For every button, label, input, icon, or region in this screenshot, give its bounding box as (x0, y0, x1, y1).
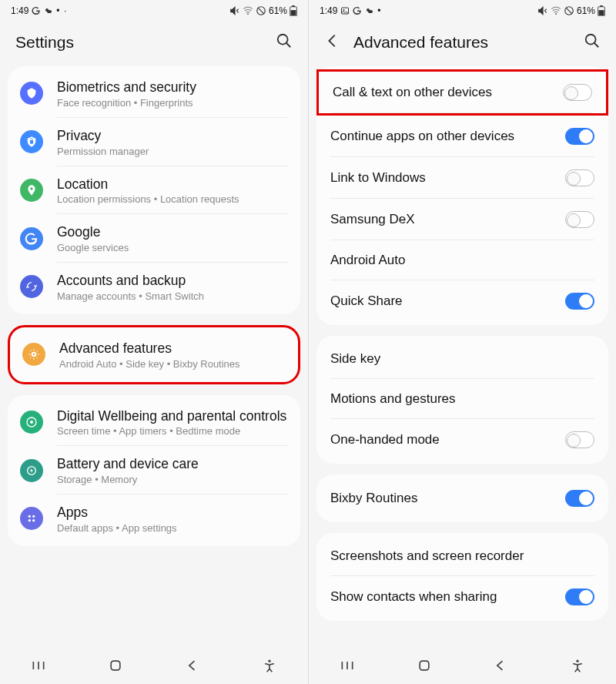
status-weather-icon (365, 6, 374, 15)
home-button[interactable] (108, 658, 123, 676)
svg-point-15 (30, 421, 33, 424)
status-dots-icon: • · (56, 5, 67, 16)
back-button[interactable] (185, 658, 200, 676)
search-icon (276, 32, 293, 49)
mute-icon (537, 5, 548, 16)
settings-item-apps[interactable]: AppsDefault apps • App settings (8, 495, 300, 543)
toggle-continueapps[interactable] (565, 128, 594, 145)
settings-item-advanced[interactable]: Advanced featuresAndroid Auto • Side key… (10, 330, 298, 379)
toggle-bixby[interactable] (565, 490, 594, 507)
settings-item-subtitle: Screen time • App timers • Bedtime mode (57, 425, 288, 437)
settings-item-accounts[interactable]: Accounts and backupManage accounts • Sma… (8, 263, 300, 311)
feature-item-sidekey[interactable]: Side key (316, 339, 608, 379)
settings-item-biometrics[interactable]: Biometrics and securityFace recognition … (8, 69, 300, 118)
settings-item-subtitle: Google services (57, 242, 288, 253)
svg-line-9 (286, 43, 291, 48)
status-google-icon (353, 6, 362, 15)
toggle-quickshare[interactable] (565, 293, 594, 310)
feature-item-title: Call & text on other devices (333, 85, 563, 100)
recents-icon (31, 658, 46, 673)
feature-item-screenshots[interactable]: Screenshots and screen recorder (316, 536, 608, 576)
settings-item-subtitle: Location permissions • Location requests (57, 193, 288, 205)
settings-content: Biometrics and securityFace recognition … (0, 66, 308, 650)
settings-item-subtitle: Permission manager (57, 146, 288, 157)
settings-item-subtitle: Face recognition • Fingerprints (57, 97, 288, 109)
settings-item-privacy[interactable]: PrivacyPermission manager (8, 118, 300, 166)
no-data-icon (256, 5, 266, 16)
toggle-onehanded[interactable] (565, 431, 594, 448)
svg-point-18 (32, 515, 35, 518)
settings-item-wellbeing[interactable]: Digital Wellbeing and parental controlsS… (8, 398, 300, 447)
advanced-features-screen: 1:49 • 61% Advanced features Call & text… (308, 0, 616, 684)
back-button[interactable] (324, 32, 341, 52)
back-button[interactable] (493, 658, 508, 676)
status-bar: 1:49 • · 61% (0, 0, 308, 22)
recents-button[interactable] (31, 658, 46, 676)
battery-icon (290, 5, 297, 16)
svg-rect-24 (111, 661, 120, 670)
feature-item-title: One-handed mode (330, 432, 565, 448)
toggle-linkwindows[interactable] (565, 169, 594, 186)
home-button[interactable] (417, 658, 432, 676)
nav-bar (0, 650, 308, 684)
svg-rect-34 (600, 5, 603, 7)
advanced-title: Advanced features (353, 33, 584, 52)
status-time: 1:49 (320, 5, 337, 16)
search-button[interactable] (276, 32, 293, 52)
advanced-header: Advanced features (309, 22, 616, 66)
svg-point-1 (47, 10, 52, 13)
settings-item-battery[interactable]: Battery and device careStorage • Memory (8, 446, 300, 495)
no-data-icon (564, 5, 574, 16)
wifi-icon (551, 5, 561, 16)
svg-point-2 (247, 13, 249, 15)
settings-item-google[interactable]: GoogleGoogle services (8, 214, 300, 263)
settings-item-title: Google (57, 223, 288, 241)
svg-point-17 (28, 515, 31, 518)
settings-item-location[interactable]: LocationLocation permissions • Location … (8, 166, 300, 215)
accessibility-button[interactable] (262, 658, 277, 676)
settings-item-subtitle: Storage • Memory (57, 474, 288, 485)
feature-item-showcontacts[interactable]: Show contacts when sharing (316, 576, 608, 618)
status-right: 61% (229, 5, 297, 16)
accessibility-button[interactable] (570, 658, 585, 676)
feature-item-motions[interactable]: Motions and gestures (316, 379, 608, 419)
svg-point-42 (576, 660, 578, 662)
feature-item-title: Continue apps on other devices (330, 129, 565, 144)
settings-item-title: Biometrics and security (57, 79, 288, 96)
svg-rect-41 (420, 661, 429, 670)
feature-item-calltext[interactable]: Call & text on other devices (316, 69, 608, 116)
feature-item-dex[interactable]: Samsung DeX (316, 199, 608, 240)
feature-item-title: Samsung DeX (330, 212, 565, 227)
feature-item-quickshare[interactable]: Quick Share (316, 280, 608, 322)
settings-item-title: Location (57, 176, 288, 193)
feature-item-onehanded[interactable]: One-handed mode (316, 419, 608, 461)
feature-item-title: Show contacts when sharing (330, 589, 565, 605)
accessibility-icon (262, 658, 277, 673)
svg-point-29 (368, 10, 373, 13)
status-dot-icon: • (377, 5, 380, 16)
recents-button[interactable] (340, 658, 355, 676)
recents-icon (340, 658, 355, 673)
feature-item-linkwindows[interactable]: Link to Windows (316, 157, 608, 199)
search-button[interactable] (584, 32, 601, 52)
privacy-icon (20, 130, 43, 153)
feature-item-title: Quick Share (330, 293, 565, 309)
feature-item-androidauto[interactable]: Android Auto (316, 240, 608, 280)
toggle-dex[interactable] (565, 211, 594, 228)
advanced-icon (22, 343, 45, 366)
settings-group: Biometrics and securityFace recognition … (8, 66, 300, 314)
svg-line-37 (594, 43, 599, 48)
feature-item-bixby[interactable]: Bixby Routines (316, 478, 608, 519)
feature-item-continueapps[interactable]: Continue apps on other devices (316, 116, 608, 157)
feature-item-title: Motions and gestures (330, 391, 594, 407)
toggle-calltext[interactable] (563, 84, 592, 101)
battery-text: 61% (269, 5, 287, 16)
toggle-showcontacts[interactable] (565, 588, 594, 605)
status-image-icon (340, 6, 350, 15)
home-icon (108, 658, 123, 673)
feature-group: Call & text on other devicesContinue app… (316, 66, 608, 325)
settings-screen: 1:49 • · 61% Settings Biometrics and sec… (0, 0, 308, 684)
google-icon (20, 227, 43, 250)
location-icon (20, 179, 43, 202)
settings-item-title: Advanced features (59, 340, 286, 357)
